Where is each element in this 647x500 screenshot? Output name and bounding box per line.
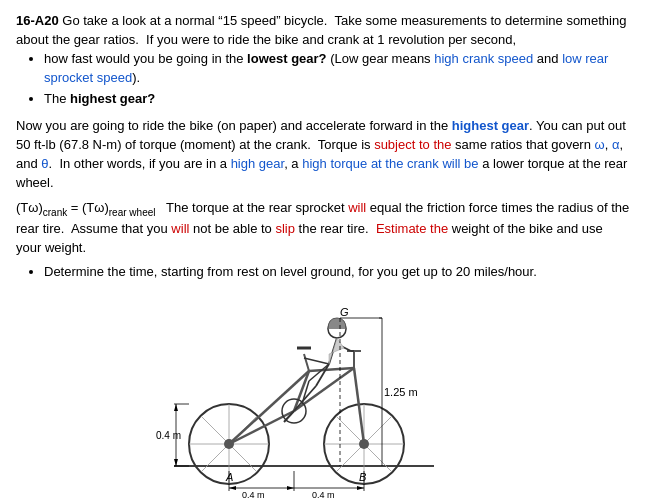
problem-id: 16-A20 — [16, 13, 59, 28]
svg-line-30 — [316, 364, 329, 386]
bullet-item-2: The highest gear? — [44, 90, 631, 109]
bullet-1-text: how fast would you be going in the lowes… — [44, 51, 608, 85]
problem-header: 16-A20 Go take a look at a normal “15 sp… — [16, 12, 631, 50]
svg-line-21 — [304, 354, 309, 371]
bullet-final-text: Determine the time, starting from rest o… — [44, 264, 537, 279]
bullet-item-1: how fast would you be going in the lowes… — [44, 50, 631, 88]
dim-1-25: 1.25 m — [384, 386, 418, 398]
paragraph-1: Now you are going to ride the bike (on p… — [16, 117, 631, 192]
svg-marker-41 — [174, 404, 178, 411]
bullet-list-2: Determine the time, starting from rest o… — [44, 263, 631, 282]
problem-intro-text: Go take a look at a normal “15 speed” bi… — [16, 13, 626, 47]
svg-marker-46 — [229, 486, 236, 490]
bike-diagram: G 1.25 m 0.4 m A B — [154, 296, 494, 500]
svg-marker-42 — [174, 459, 178, 466]
bullet-list-1: how fast would you be going in the lowes… — [44, 50, 631, 110]
label-b: B — [359, 471, 366, 483]
dim-0-4-right: 0.4 m — [312, 490, 335, 500]
bike-svg: G 1.25 m 0.4 m A B — [154, 296, 494, 500]
dim-0-4-height: 0.4 m — [156, 430, 181, 441]
svg-line-16 — [309, 368, 354, 371]
svg-line-29 — [304, 358, 329, 364]
paragraph-2: (Tω)crank = (Tω)rear wheel The torque at… — [16, 199, 631, 258]
svg-marker-50 — [357, 486, 364, 490]
bullet-final: Determine the time, starting from rest o… — [44, 263, 631, 282]
g-label: G — [340, 306, 349, 318]
figure-container: G 1.25 m 0.4 m A B — [16, 296, 631, 500]
bullet-2-text: The highest gear? — [44, 91, 155, 106]
svg-line-18 — [354, 368, 364, 444]
svg-line-32 — [309, 364, 329, 381]
svg-marker-47 — [287, 486, 294, 490]
